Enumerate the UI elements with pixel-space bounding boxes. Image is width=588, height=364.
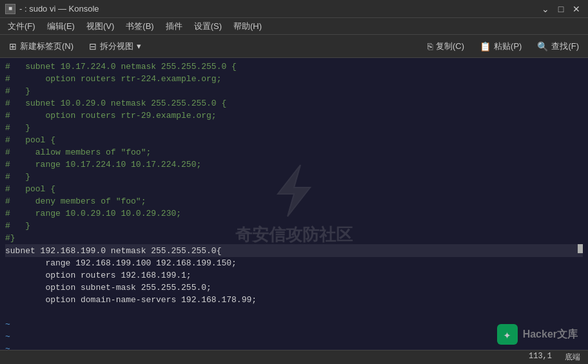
editor-line: # subnet 10.0.29.0 netmask 255.255.255.0… bbox=[5, 97, 583, 110]
status-right: 113,1 底端 bbox=[529, 352, 580, 363]
toolbar-left: ⊞ 新建标签页(N) ⊟ 拆分视图 ▾ bbox=[5, 39, 145, 54]
toolbar: ⊞ 新建标签页(N) ⊟ 拆分视图 ▾ ⎘ 复制(C) 📋 粘贴(P) 🔍 查找… bbox=[0, 35, 588, 58]
find-icon: 🔍 bbox=[537, 41, 548, 52]
line-text: # range 10.0.29.10 10.0.29.230; bbox=[5, 207, 583, 220]
menu-help[interactable]: 帮助(H) bbox=[228, 19, 267, 34]
paste-icon: 📋 bbox=[480, 41, 491, 52]
line-text: # } bbox=[5, 85, 583, 97]
window-controls: ⌄ □ ✕ bbox=[539, 3, 583, 15]
menubar: 文件(F) 编辑(E) 视图(V) 书签(B) 插件 设置(S) 帮助(H) bbox=[0, 18, 588, 35]
find-label: 查找(F) bbox=[551, 41, 579, 52]
editor-line: # deny members of "foo"; bbox=[5, 195, 583, 207]
line-text: subnet 192.168.199.0 netmask 255.255.255… bbox=[5, 245, 578, 257]
line-text: option subnet-mask 255.255.255.0; bbox=[5, 282, 583, 294]
menu-file[interactable]: 文件(F) bbox=[3, 19, 41, 34]
menu-view[interactable]: 视图(V) bbox=[81, 19, 119, 34]
app-icon: ■ bbox=[5, 4, 15, 14]
line-text: ~ bbox=[5, 330, 583, 343]
toolbar-right: ⎘ 复制(C) 📋 粘贴(P) 🔍 查找(F) bbox=[424, 39, 583, 54]
line-text: range 192.168.199.100 192.168.199.150; bbox=[5, 257, 583, 269]
line-text: # deny members of "foo"; bbox=[5, 195, 583, 207]
line-text: # subnet 10.17.224.0 netmask 255.255.255… bbox=[5, 61, 583, 73]
editor-line: # pool { bbox=[5, 183, 583, 195]
line-text: option routers 192.168.199.1; bbox=[5, 269, 583, 282]
editor-line: # option routers rtr-29.example.org; bbox=[5, 110, 583, 122]
copy-button[interactable]: ⎘ 复制(C) bbox=[424, 39, 468, 54]
close-button[interactable]: ✕ bbox=[570, 3, 583, 15]
status-mode: 底端 bbox=[565, 352, 580, 363]
editor-line: subnet 192.168.199.0 netmask 255.255.255… bbox=[5, 244, 583, 257]
line-text: # pool { bbox=[5, 183, 583, 195]
menu-bookmarks[interactable]: 书签(B) bbox=[121, 19, 159, 34]
text-cursor bbox=[578, 244, 583, 253]
editor-line: # range 10.0.29.10 10.0.29.230; bbox=[5, 207, 583, 220]
split-view-icon: ⊟ bbox=[89, 41, 97, 52]
menu-settings[interactable]: 设置(S) bbox=[189, 19, 227, 34]
editor-line: # pool { bbox=[5, 134, 583, 146]
split-view-arrow: ▾ bbox=[137, 41, 141, 51]
editor-line: # } bbox=[5, 122, 583, 134]
editor-line: range 192.168.199.100 192.168.199.150; bbox=[5, 257, 583, 269]
split-view-button[interactable]: ⊟ 拆分视图 ▾ bbox=[85, 39, 145, 54]
maximize-button[interactable]: □ bbox=[554, 3, 567, 15]
line-text: option domain-name-servers 192.168.178.9… bbox=[5, 294, 583, 306]
paste-button[interactable]: 📋 粘贴(P) bbox=[476, 39, 525, 54]
editor-line: # range 10.17.224.10 10.17.224.250; bbox=[5, 158, 583, 171]
editor-line: # subnet 10.17.224.0 netmask 255.255.255… bbox=[5, 61, 583, 73]
menu-plugins[interactable]: 插件 bbox=[161, 19, 188, 34]
editor-area[interactable]: # subnet 10.17.224.0 netmask 255.255.255… bbox=[0, 58, 588, 350]
line-text: ~ bbox=[5, 343, 583, 350]
line-text: # pool { bbox=[5, 134, 583, 146]
statusbar: 113,1 底端 bbox=[0, 350, 588, 364]
split-view-label: 拆分视图 bbox=[100, 41, 133, 52]
new-tab-button[interactable]: ⊞ 新建标签页(N) bbox=[5, 39, 77, 54]
editor-line bbox=[5, 306, 583, 318]
titlebar: ■ - : sudo vi — Konsole ⌄ □ ✕ bbox=[0, 0, 588, 18]
window-title: - : sudo vi — Konsole bbox=[19, 4, 99, 14]
line-text: # option routers rtr-29.example.org; bbox=[5, 110, 583, 122]
new-tab-icon: ⊞ bbox=[9, 41, 17, 52]
line-text: # option routers rtr-224.example.org; bbox=[5, 73, 583, 85]
editor-line: # option routers rtr-224.example.org; bbox=[5, 73, 583, 85]
menu-edit[interactable]: 编辑(E) bbox=[42, 19, 80, 34]
copy-icon: ⎘ bbox=[427, 41, 433, 52]
editor-line: ~ bbox=[5, 330, 583, 343]
minimize-button[interactable]: ⌄ bbox=[539, 3, 552, 15]
line-text: # range 10.17.224.10 10.17.224.250; bbox=[5, 158, 583, 171]
editor-line: option routers 192.168.199.1; bbox=[5, 269, 583, 282]
editor-line: # } bbox=[5, 171, 583, 183]
editor-line: #} bbox=[5, 232, 583, 244]
line-text: # } bbox=[5, 171, 583, 183]
new-tab-label: 新建标签页(N) bbox=[20, 41, 74, 52]
line-text: # subnet 10.0.29.0 netmask 255.255.255.0… bbox=[5, 97, 583, 110]
status-position: 113,1 bbox=[529, 352, 552, 363]
line-text: #} bbox=[5, 232, 583, 244]
paste-label: 粘贴(P) bbox=[494, 41, 522, 52]
copy-label: 复制(C) bbox=[436, 41, 464, 52]
editor-line: option subnet-mask 255.255.255.0; bbox=[5, 282, 583, 294]
line-text: # } bbox=[5, 220, 583, 232]
line-text: ~ bbox=[5, 318, 583, 330]
editor-line: # } bbox=[5, 85, 583, 97]
line-text: # allow members of "foo"; bbox=[5, 146, 583, 158]
editor-line: option domain-name-servers 192.168.178.9… bbox=[5, 294, 583, 306]
editor-line: ~ bbox=[5, 318, 583, 330]
editor-content: # subnet 10.17.224.0 netmask 255.255.255… bbox=[0, 61, 588, 350]
titlebar-left: ■ - : sudo vi — Konsole bbox=[5, 4, 99, 14]
editor-line: # allow members of "foo"; bbox=[5, 146, 583, 158]
find-button[interactable]: 🔍 查找(F) bbox=[533, 39, 583, 54]
editor-line: ~ bbox=[5, 343, 583, 350]
line-text: # } bbox=[5, 122, 583, 134]
editor-line: # } bbox=[5, 220, 583, 232]
